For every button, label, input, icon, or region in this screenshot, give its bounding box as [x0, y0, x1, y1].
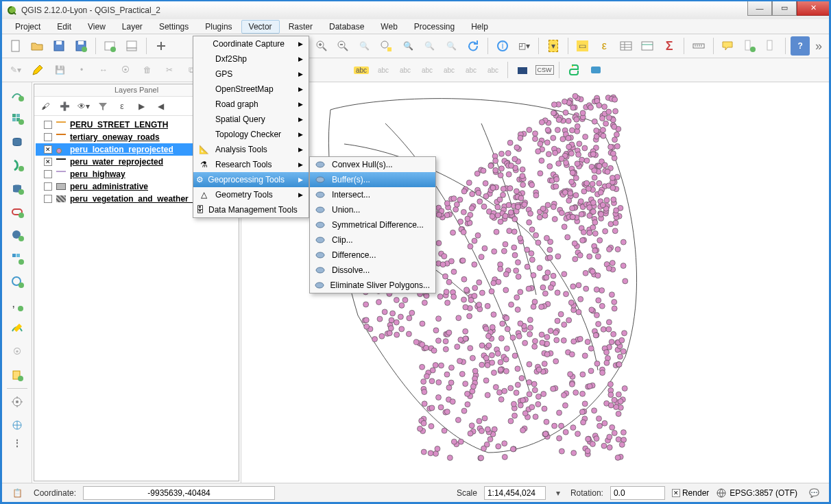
- style-dock-button[interactable]: 🖌: [37, 98, 53, 115]
- measure-button[interactable]: [689, 36, 708, 56]
- add-delimited-text-button[interactable]: ,: [7, 295, 27, 315]
- menu-edit[interactable]: Edit: [49, 20, 79, 34]
- refresh-button[interactable]: [463, 36, 483, 56]
- help-button[interactable]: ?: [791, 36, 810, 56]
- label-highlight-button[interactable]: abc: [374, 60, 393, 80]
- menu-help[interactable]: Help: [463, 20, 496, 34]
- field-calculator-button[interactable]: [638, 36, 658, 56]
- new-print-composer-button[interactable]: [101, 36, 120, 56]
- layer-visibility-checkbox[interactable]: [44, 182, 52, 191]
- zoom-in-button[interactable]: [312, 36, 331, 56]
- add-oracle-layer-button[interactable]: [7, 202, 27, 222]
- menu-layer[interactable]: Layer: [115, 20, 150, 34]
- menu-item[interactable]: Buffer(s)...: [310, 172, 435, 187]
- add-virtual-layer-button[interactable]: [7, 365, 27, 385]
- menu-item[interactable]: Dxf2Shp▶: [193, 51, 309, 67]
- plugin2-button[interactable]: [586, 60, 605, 80]
- open-attribute-table-button[interactable]: [616, 36, 636, 56]
- scale-dropdown-button[interactable]: ▾: [553, 487, 564, 499]
- show-bookmarks-button[interactable]: [762, 36, 781, 56]
- pan-button[interactable]: [152, 36, 171, 56]
- render-toggle[interactable]: ✕Render: [672, 488, 709, 498]
- menu-plugins[interactable]: Plugins: [197, 20, 239, 34]
- zoom-last-button[interactable]: 🔍: [420, 36, 439, 56]
- messages-button[interactable]: 💬: [804, 483, 823, 503]
- select-features-button[interactable]: ◰▾: [514, 36, 533, 56]
- expand-all-button[interactable]: ▶: [133, 98, 149, 115]
- delete-selected-button[interactable]: 🗑: [138, 60, 157, 80]
- log-messages-button[interactable]: 📋: [8, 483, 27, 503]
- scale-input[interactable]: [484, 486, 546, 500]
- close-button[interactable]: ✕: [797, 1, 830, 16]
- menu-processing[interactable]: Processing: [407, 20, 462, 34]
- current-edits-button[interactable]: ✎▾: [6, 60, 25, 80]
- csw-button[interactable]: CSW: [535, 60, 554, 80]
- menu-item[interactable]: Coordinate Capture▶: [193, 36, 309, 51]
- toggle-editing-button[interactable]: [28, 60, 47, 80]
- filter-legend-button[interactable]: [95, 98, 111, 115]
- add-feature-button[interactable]: •: [72, 60, 91, 80]
- cut-features-button[interactable]: ✂: [160, 60, 179, 80]
- label-show-button[interactable]: abc: [418, 60, 437, 80]
- toolbar-overflow[interactable]: »: [812, 39, 825, 53]
- menu-item[interactable]: Intersect...: [310, 187, 435, 202]
- menu-project[interactable]: Project: [8, 20, 48, 34]
- layer-visibility-checkbox[interactable]: [44, 195, 52, 203]
- move-feature-button[interactable]: ↔: [94, 60, 113, 80]
- label-rotate-button[interactable]: abc: [461, 60, 481, 80]
- plugin1-button[interactable]: [513, 60, 532, 80]
- save-edits-button[interactable]: 💾: [50, 60, 69, 80]
- menu-item[interactable]: Difference...: [310, 248, 435, 263]
- composer-manager-button[interactable]: [122, 36, 141, 56]
- menu-item[interactable]: ⚗Research Tools▶: [193, 157, 309, 172]
- manage-visibility-button[interactable]: 👁▾: [75, 98, 92, 115]
- layer-labeling-button[interactable]: abc: [352, 60, 371, 80]
- zoom-to-layer-button[interactable]: 🔍: [398, 36, 418, 56]
- node-tool-button[interactable]: ⦿: [116, 60, 135, 80]
- minimize-button[interactable]: —: [747, 1, 772, 16]
- add-group-button[interactable]: ➕: [56, 98, 73, 115]
- menu-item[interactable]: Spatial Query▶: [193, 112, 309, 127]
- gps-button[interactable]: [7, 392, 27, 412]
- rotation-input[interactable]: [610, 486, 665, 500]
- new-layer-button[interactable]: ⦿: [7, 341, 27, 362]
- add-raster-layer-button[interactable]: [7, 108, 27, 129]
- crs-button[interactable]: EPSG:3857 (OTF): [716, 488, 797, 499]
- menu-item[interactable]: Dissolve...: [310, 263, 435, 278]
- menu-database[interactable]: Database: [322, 20, 372, 34]
- save-project-button[interactable]: [49, 36, 69, 56]
- menu-item[interactable]: Topology Checker▶: [193, 127, 309, 142]
- menu-item[interactable]: 📐Analysis Tools▶: [193, 142, 309, 157]
- open-project-button[interactable]: [28, 36, 47, 56]
- add-wms-layer-button[interactable]: [7, 225, 27, 245]
- identify-button[interactable]: i: [493, 36, 512, 56]
- layer-visibility-checkbox[interactable]: [44, 170, 52, 178]
- collapse-all-button[interactable]: ◀: [152, 98, 169, 115]
- new-bookmark-button[interactable]: [740, 36, 759, 56]
- menu-item[interactable]: Clip...: [310, 232, 435, 248]
- label-move-button[interactable]: abc: [439, 60, 459, 80]
- zoom-out-button[interactable]: [333, 36, 352, 56]
- menu-item[interactable]: ⚙Geoprocessing Tools▶: [193, 172, 309, 187]
- menu-item[interactable]: 🗄Data Management Tools▶: [193, 202, 309, 217]
- deselect-button[interactable]: ▭: [573, 36, 592, 56]
- add-postgis-layer-button[interactable]: [7, 132, 27, 152]
- label-change-button[interactable]: abc: [483, 60, 503, 80]
- menu-item[interactable]: Union...: [310, 202, 435, 217]
- zoom-native-button[interactable]: 🔍: [355, 36, 374, 56]
- menu-web[interactable]: Web: [373, 20, 405, 34]
- select-by-expression-button[interactable]: ▾: [544, 36, 563, 56]
- expression-filter-button[interactable]: ε: [114, 98, 130, 115]
- menu-item[interactable]: OpenStreetMap▶: [193, 82, 309, 97]
- toolbar-overflow[interactable]: ⋮: [11, 438, 23, 448]
- menu-item[interactable]: △Geometry Tools▶: [193, 187, 309, 202]
- menu-item[interactable]: GPS▶: [193, 67, 309, 82]
- menu-item[interactable]: Symmetrical Difference...: [310, 217, 435, 232]
- menu-item[interactable]: Road graph▶: [193, 97, 309, 112]
- expression-select-button[interactable]: ε: [594, 36, 614, 56]
- zoom-to-selection-button[interactable]: [377, 36, 396, 56]
- menu-settings[interactable]: Settings: [152, 20, 196, 34]
- new-shapefile-button[interactable]: [7, 318, 27, 339]
- menu-raster[interactable]: Raster: [281, 20, 320, 34]
- python-console-button[interactable]: [564, 60, 583, 80]
